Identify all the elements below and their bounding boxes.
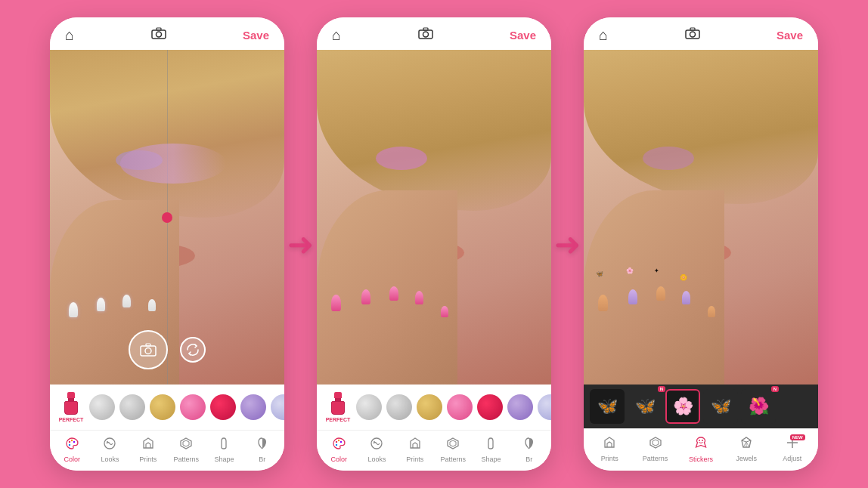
svg-point-17 bbox=[336, 441, 337, 443]
svg-point-18 bbox=[338, 440, 339, 441]
phone-2-looks-label: Looks bbox=[367, 456, 386, 463]
phone-3-sticker-butterfly-light[interactable]: 🦋 bbox=[628, 389, 662, 424]
svg-marker-24 bbox=[450, 440, 456, 446]
phone-1-camera-controls bbox=[129, 330, 206, 369]
phone-3-prints-icon bbox=[603, 436, 616, 453]
phone-1-save-btn[interactable]: Save bbox=[243, 29, 269, 42]
svg-point-15 bbox=[423, 32, 428, 37]
phone-2-swatch-red[interactable] bbox=[477, 394, 503, 420]
phone-2-polish-bottle[interactable]: PERFECT bbox=[324, 391, 352, 424]
phone-1-main-image bbox=[50, 50, 284, 385]
phone-1-swatch-light-purple[interactable] bbox=[271, 394, 284, 420]
phone-3-sticker-flower-selected[interactable]: 🌸 bbox=[665, 389, 700, 424]
phone-3-home-icon[interactable]: ⌂ bbox=[599, 26, 608, 44]
phone-1-br-label: Br bbox=[259, 456, 265, 463]
phone-2-nav-looks[interactable]: Looks bbox=[361, 437, 392, 463]
phone-1-swatch-gold[interactable] bbox=[150, 394, 175, 420]
phone-2-swatch-lavender[interactable] bbox=[507, 394, 533, 420]
svg-marker-12 bbox=[181, 438, 191, 449]
phone-1-bottom-nav: Color Looks bbox=[50, 430, 284, 471]
phone-2-nav-br[interactable]: Br bbox=[513, 437, 545, 463]
phone-3-sticker-butterfly-dark[interactable]: 🦋 bbox=[590, 389, 625, 424]
svg-marker-29 bbox=[653, 440, 659, 446]
svg-point-30 bbox=[699, 440, 700, 441]
phone-1: ⌂ Save bbox=[50, 17, 284, 471]
phone-1-nav-prints[interactable]: Prints bbox=[132, 437, 164, 463]
phone-3-sticker-flower-gold-wrapper: 🌺 N bbox=[741, 389, 776, 424]
phone-1-home-icon[interactable]: ⌂ bbox=[65, 26, 74, 44]
phone-1-swatch-lavender[interactable] bbox=[240, 394, 266, 420]
phone-3-nav-prints[interactable]: Prints bbox=[594, 436, 625, 462]
phone-1-nav-patterns[interactable]: Patterns bbox=[170, 437, 202, 463]
phone-2: ⌂ Save bbox=[317, 17, 551, 471]
phone-1-top-bar: ⌂ Save bbox=[50, 17, 284, 50]
phone-2-prints-icon bbox=[408, 437, 422, 454]
phone-1-dot-indicator bbox=[162, 212, 172, 223]
phone-1-color-label: Color bbox=[64, 456, 80, 463]
svg-point-11 bbox=[107, 441, 108, 443]
phone-1-nav-shape[interactable]: Shape bbox=[208, 437, 240, 463]
phone-3-patterns-label: Patterns bbox=[643, 455, 668, 462]
svg-marker-13 bbox=[183, 440, 189, 446]
phone-3-new-badge-flower: N bbox=[771, 386, 779, 392]
phone-1-nav-looks[interactable]: Looks bbox=[94, 437, 126, 463]
phone-2-camera-icon[interactable] bbox=[418, 27, 433, 43]
arrow-1: ➜ bbox=[287, 226, 314, 263]
phone-2-nav-patterns[interactable]: Patterns bbox=[437, 437, 469, 463]
phone-1-prints-icon bbox=[141, 437, 155, 454]
phone-2-home-icon[interactable]: ⌂ bbox=[332, 26, 341, 44]
phone-2-swatch-pink[interactable] bbox=[447, 394, 473, 420]
phone-1-nav-color[interactable]: Color bbox=[56, 437, 88, 463]
phone-3-nav-jewels[interactable]: Jewels bbox=[730, 436, 762, 462]
phone-2-polish-row: PERFECT bbox=[317, 385, 551, 430]
phone-2-swatch-silver2[interactable] bbox=[386, 394, 412, 420]
phone-3-sticker-butterfly-light-wrapper: 🦋 N bbox=[628, 389, 662, 424]
phone-3-sticker-flower-gold[interactable]: 🌺 bbox=[741, 389, 776, 424]
phone-3-save-btn[interactable]: Save bbox=[777, 29, 803, 42]
phone-2-swatch-light-purple[interactable] bbox=[538, 394, 551, 420]
phone-2-swatch-silver1[interactable] bbox=[356, 394, 382, 420]
phone-1-shape-label: Shape bbox=[214, 456, 234, 463]
svg-point-20 bbox=[336, 444, 337, 446]
phone-2-br-icon bbox=[522, 437, 536, 454]
phone-3-camera-icon[interactable] bbox=[685, 27, 700, 43]
phone-1-swatch-silver1[interactable] bbox=[89, 394, 115, 420]
arrow-2: ➜ bbox=[554, 226, 581, 263]
phone-2-bottom-nav: Color Looks bbox=[317, 430, 551, 471]
phone-3-nav-stickers[interactable]: Stickers bbox=[685, 435, 717, 463]
phone-3-nav-adjust[interactable]: NEW Adjust bbox=[777, 436, 808, 462]
phone-2-color-label: Color bbox=[330, 456, 347, 463]
phone-1-polish-bottle[interactable]: PERFECT bbox=[57, 391, 85, 424]
phone-1-capture-btn[interactable] bbox=[129, 330, 168, 369]
phone-2-main-image bbox=[317, 50, 551, 385]
phone-2-nav-prints[interactable]: Prints bbox=[399, 437, 431, 463]
phone-3-sticker-butterfly-blue[interactable]: 🦋 bbox=[703, 389, 738, 424]
phone-3-patterns-icon bbox=[649, 436, 662, 453]
svg-point-8 bbox=[73, 441, 75, 443]
phone-2-shape-icon bbox=[484, 437, 498, 454]
svg-rect-27 bbox=[690, 28, 695, 30]
phone-1-perfect-label: PERFECT bbox=[59, 417, 84, 422]
svg-point-22 bbox=[374, 441, 375, 443]
phone-1-camera-icon[interactable] bbox=[151, 27, 166, 43]
phone-2-nav-shape[interactable]: Shape bbox=[475, 437, 507, 463]
phone-2-patterns-icon bbox=[446, 437, 460, 454]
phone-2-prints-label: Prints bbox=[406, 456, 423, 463]
phone-1-rotate-btn[interactable] bbox=[180, 337, 206, 363]
phone-2-nav-color[interactable]: Color bbox=[323, 437, 355, 463]
svg-point-4 bbox=[145, 348, 151, 354]
phone-3-nav-patterns[interactable]: Patterns bbox=[640, 436, 671, 462]
phone-1-swatch-pink[interactable] bbox=[180, 394, 206, 420]
phone-2-top-bar: ⌂ Save bbox=[317, 17, 551, 50]
svg-rect-5 bbox=[146, 344, 150, 346]
phone-1-nav-br[interactable]: Br bbox=[246, 437, 278, 463]
phone-1-color-icon bbox=[65, 437, 79, 454]
phone-1-swatch-silver2[interactable] bbox=[119, 394, 145, 420]
phone-2-perfect-label: PERFECT bbox=[326, 417, 351, 422]
phone-3-top-bar: ⌂ Save bbox=[584, 17, 818, 50]
svg-rect-2 bbox=[157, 28, 161, 30]
phone-2-save-btn[interactable]: Save bbox=[510, 29, 536, 42]
phone-2-swatch-gold[interactable] bbox=[417, 394, 442, 420]
svg-point-1 bbox=[156, 32, 161, 37]
phone-1-swatch-red[interactable] bbox=[210, 394, 236, 420]
